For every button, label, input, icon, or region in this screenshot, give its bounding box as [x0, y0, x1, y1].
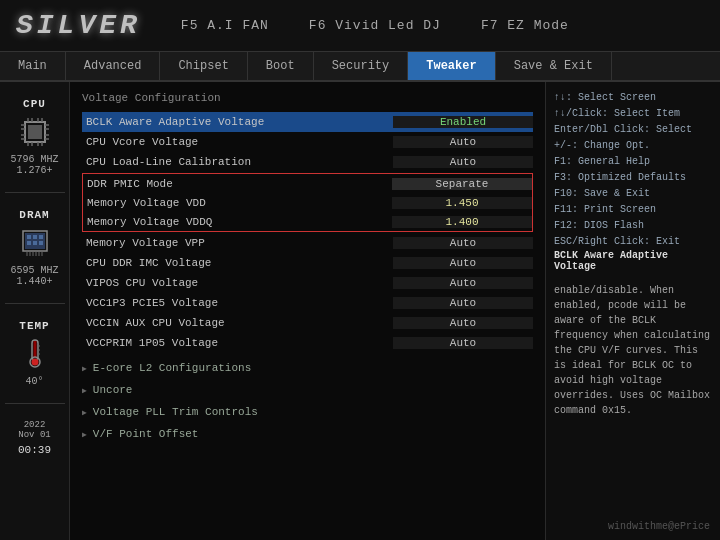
svg-point-35 — [31, 359, 38, 366]
right-panel: ↑↓: Select Screen↑↓/Click: Select ItemEn… — [545, 82, 720, 540]
datetime-section: 2022Nov 01 00:39 — [0, 414, 69, 462]
header: SILVER F5 A.I FAN F6 Vivid Led DJ F7 EZ … — [0, 0, 720, 52]
cpu-vcore-value: Auto — [393, 136, 533, 148]
help-line: F12: DIOS Flash — [554, 218, 712, 233]
temp-label: TEMP — [19, 320, 49, 332]
help-line: F1: General Help — [554, 154, 712, 169]
header-f5[interactable]: F5 A.I FAN — [181, 18, 269, 33]
dram-label: DRAM — [19, 209, 49, 221]
help-line: F10: Save & Exit — [554, 186, 712, 201]
vccin-aux-name: VCCIN AUX CPU Voltage — [82, 317, 393, 329]
row-vccprim[interactable]: VCCPRIM 1P05 Voltage Auto — [82, 333, 533, 353]
mem-vdd-value: 1.450 — [392, 197, 532, 209]
help-line: +/-: Change Opt. — [554, 138, 712, 153]
help-line: Enter/Dbl Click: Select — [554, 122, 712, 137]
row-cpu-vcore[interactable]: CPU Vcore Voltage Auto — [82, 132, 533, 152]
header-f7[interactable]: F7 EZ Mode — [481, 18, 569, 33]
svg-rect-33 — [33, 341, 36, 357]
bclk-adaptive-name: BCLK Aware Adaptive Voltage — [82, 116, 393, 128]
temp-section: TEMP 40° — [0, 314, 69, 393]
vcc1p3-value: Auto — [393, 297, 533, 309]
tab-boot[interactable]: Boot — [248, 52, 314, 80]
sub-items-list: E-core L2 Configurations Uncore Voltage … — [82, 357, 533, 445]
row-bclk-adaptive[interactable]: BCLK Aware Adaptive Voltage Enabled — [82, 112, 533, 132]
cpu-label: CPU — [23, 98, 46, 110]
vcc1p3-name: VCC1P3 PCIE5 Voltage — [82, 297, 393, 309]
vipos-value: Auto — [393, 277, 533, 289]
temp-value: 40° — [25, 376, 43, 387]
sidebar: CPU — [0, 82, 70, 540]
help-text-area: ↑↓: Select Screen↑↓/Click: Select ItemEn… — [554, 90, 712, 250]
cpu-ddr-imc-value: Auto — [393, 257, 533, 269]
cpu-loadline-name: CPU Load-Line Calibration — [82, 156, 393, 168]
watermark: windwithme@ePrice — [608, 521, 710, 532]
mem-vddq-name: Memory Voltage VDDQ — [83, 216, 392, 228]
cpu-icon — [17, 114, 53, 150]
svg-rect-25 — [39, 241, 43, 245]
date-label: 2022Nov 01 — [18, 420, 50, 440]
tab-chipset[interactable]: Chipset — [160, 52, 247, 80]
sub-item-pll[interactable]: Voltage PLL Trim Controls — [82, 401, 533, 423]
svg-rect-23 — [27, 241, 31, 245]
vccprim-value: Auto — [393, 337, 533, 349]
row-mem-vpp[interactable]: Memory Voltage VPP Auto — [82, 233, 533, 253]
description-text: enable/disable. When enabled, pcode will… — [554, 283, 712, 418]
tab-save-exit[interactable]: Save & Exit — [496, 52, 612, 80]
cpu-ddr-imc-name: CPU DDR IMC Voltage — [82, 257, 393, 269]
cpu-volt: 1.276+ — [16, 165, 52, 176]
tab-tweaker[interactable]: Tweaker — [408, 52, 495, 80]
row-vcc1p3[interactable]: VCC1P3 PCIE5 Voltage Auto — [82, 293, 533, 313]
divider-3 — [5, 403, 65, 404]
mem-vdd-name: Memory Voltage VDD — [83, 197, 392, 209]
mem-vddq-value: 1.400 — [392, 216, 532, 228]
row-vipos[interactable]: VIPOS CPU Voltage Auto — [82, 273, 533, 293]
row-cpu-ddr-imc[interactable]: CPU DDR IMC Voltage Auto — [82, 253, 533, 273]
help-line: ESC/Right Click: Exit — [554, 234, 712, 249]
svg-rect-24 — [33, 241, 37, 245]
svg-rect-1 — [28, 125, 42, 139]
cpu-section: CPU — [0, 92, 69, 182]
header-f6[interactable]: F6 Vivid Led DJ — [309, 18, 441, 33]
sub-item-vf[interactable]: V/F Point Offset — [82, 423, 533, 445]
mem-vpp-value: Auto — [393, 237, 533, 249]
row-cpu-loadline[interactable]: CPU Load-Line Calibration Auto — [82, 152, 533, 172]
svg-rect-20 — [27, 235, 31, 239]
bclk-adaptive-value: Enabled — [393, 116, 533, 128]
dram-icon — [17, 225, 53, 261]
help-line: F11: Print Screen — [554, 202, 712, 217]
row-vccin-aux[interactable]: VCCIN AUX CPU Voltage Auto — [82, 313, 533, 333]
sub-item-ecore[interactable]: E-core L2 Configurations — [82, 357, 533, 379]
row-mem-vdd[interactable]: Memory Voltage VDD 1.450 — [83, 193, 532, 212]
vccin-aux-value: Auto — [393, 317, 533, 329]
vccprim-name: VCCPRIM 1P05 Voltage — [82, 337, 393, 349]
divider-2 — [5, 303, 65, 304]
sub-item-uncore[interactable]: Uncore — [82, 379, 533, 401]
help-line: ↑↓: Select Screen — [554, 90, 712, 105]
help-line: ↑↓/Click: Select Item — [554, 106, 712, 121]
ddr-pmic-value: Separate — [392, 178, 532, 190]
help-line: F3: Optimized Defaults — [554, 170, 712, 185]
time-label: 00:39 — [18, 444, 51, 456]
cpu-loadline-value: Auto — [393, 156, 533, 168]
tab-security[interactable]: Security — [314, 52, 409, 80]
nav-bar: Main Advanced Chipset Boot Security Twea… — [0, 52, 720, 82]
dram-freq: 6595 MHZ — [10, 265, 58, 276]
vipos-name: VIPOS CPU Voltage — [82, 277, 393, 289]
content-area: Voltage Configuration BCLK Aware Adaptiv… — [70, 82, 545, 540]
temp-icon — [17, 336, 53, 372]
logo: SILVER — [16, 10, 141, 41]
dram-volt: 1.440+ — [16, 276, 52, 287]
description-title: BCLK Aware Adaptive Voltage — [554, 250, 712, 272]
tab-main[interactable]: Main — [0, 52, 66, 80]
tab-advanced[interactable]: Advanced — [66, 52, 161, 80]
row-mem-vddq[interactable]: Memory Voltage VDDQ 1.400 — [83, 212, 532, 231]
main-area: CPU — [0, 82, 720, 540]
mem-vpp-name: Memory Voltage VPP — [82, 237, 393, 249]
ddr-config-group: DDR PMIC Mode Separate Memory Voltage VD… — [82, 173, 533, 232]
ddr-pmic-name: DDR PMIC Mode — [83, 178, 392, 190]
row-ddr-pmic[interactable]: DDR PMIC Mode Separate — [83, 174, 532, 193]
dram-section: DRAM — [0, 203, 69, 293]
cpu-vcore-name: CPU Vcore Voltage — [82, 136, 393, 148]
cpu-freq: 5796 MHZ — [10, 154, 58, 165]
svg-rect-21 — [33, 235, 37, 239]
